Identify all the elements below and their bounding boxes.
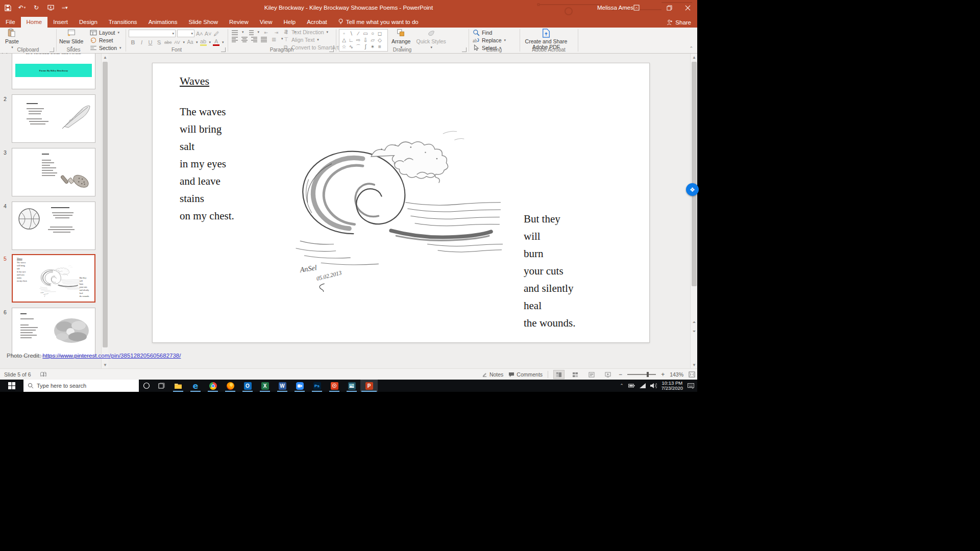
customize-qat-icon[interactable]: ═▾ [60, 3, 69, 12]
thumbnail-slide-4[interactable] [12, 202, 95, 250]
wave-sketch-image[interactable]: AnSel 05.02.2013 [271, 123, 511, 292]
tab-transitions[interactable]: Transitions [103, 17, 143, 28]
character-spacing-button[interactable]: AV [174, 40, 181, 45]
touch-keyboard-icon[interactable] [688, 383, 694, 389]
shape-glyph[interactable]: ▭ [362, 30, 369, 37]
decrease-font-size-button[interactable]: A˅ [205, 31, 212, 37]
underline-button[interactable]: U [147, 39, 154, 45]
highlight-color-button[interactable]: ab [200, 38, 207, 46]
poem-left-column[interactable]: The waveswill bringsaltin my eyesand lea… [180, 103, 234, 224]
find-button[interactable]: Find [473, 29, 506, 36]
text-direction-button[interactable]: ⇵ Text Direction▾ [284, 29, 343, 35]
redo-icon[interactable]: ↻ [32, 3, 41, 12]
tab-animations[interactable]: Animations [143, 17, 183, 28]
shape-glyph[interactable]: △ [340, 37, 348, 43]
reading-view-button[interactable] [586, 370, 597, 379]
clipboard-dialog-launcher[interactable] [50, 47, 54, 52]
align-left-button[interactable] [232, 37, 238, 41]
tab-view[interactable]: View [254, 17, 278, 28]
shape-glyph[interactable]: ◻ [376, 30, 383, 37]
numbering-button[interactable] [248, 30, 254, 35]
tab-file[interactable]: File [0, 17, 21, 28]
taskbar-file-explorer-icon[interactable] [169, 380, 187, 392]
tab-review[interactable]: Review [224, 17, 254, 28]
start-from-beginning-icon[interactable] [46, 3, 55, 12]
next-slide-icon[interactable]: ⏷ [691, 328, 698, 335]
zoom-out-button[interactable]: − [619, 371, 622, 378]
italic-button[interactable]: I [138, 39, 145, 45]
zoom-slider-knob[interactable] [647, 372, 649, 377]
shape-glyph[interactable]: ◇ [376, 37, 383, 43]
bold-button[interactable]: B [130, 39, 136, 45]
collapse-ribbon-icon[interactable]: ⌃ [689, 46, 693, 51]
section-button[interactable]: Section▾ [90, 44, 121, 51]
align-center-button[interactable] [241, 37, 248, 41]
shape-glyph[interactable]: ⇨ [355, 37, 362, 43]
start-button[interactable] [0, 380, 23, 392]
shape-glyph[interactable]: ▱ [369, 37, 376, 43]
taskbar-photos-icon[interactable] [343, 380, 360, 392]
font-name-combobox[interactable]: ▾ [129, 30, 176, 37]
tray-show-hidden-icon[interactable]: ⌃ [620, 383, 624, 388]
undo-icon[interactable]: ↶▾ [17, 3, 27, 12]
bullets-button[interactable] [232, 30, 238, 35]
tab-design[interactable]: Design [74, 17, 103, 28]
shape-glyph[interactable]: ○ [369, 30, 376, 37]
taskbar-edge-icon[interactable]: e [187, 380, 204, 392]
battery-icon[interactable] [628, 383, 635, 388]
scroll-up-icon[interactable]: ▲ [691, 54, 698, 61]
increase-indent-button[interactable]: ⇥ [273, 30, 280, 35]
thumb-scroll-down-icon[interactable]: ▼ [102, 361, 109, 368]
main-scrollbar[interactable]: ▲ ⏶ ⏷ ▼ [690, 54, 697, 368]
ribbon-display-options-icon[interactable] [630, 0, 643, 15]
paragraph-dialog-launcher[interactable] [329, 47, 334, 52]
taskbar-zoom-icon[interactable] [291, 380, 308, 392]
replace-button[interactable]: ab Replace▾ [473, 37, 506, 43]
zoom-slider[interactable] [627, 374, 656, 375]
shape-glyph[interactable]: ∟ [348, 37, 355, 43]
task-view-button[interactable] [154, 380, 169, 392]
signed-in-user[interactable]: Melissa Ames [597, 0, 633, 15]
taskbar-word-icon[interactable]: W [274, 380, 291, 392]
scroll-down-icon[interactable]: ▼ [691, 361, 698, 368]
taskbar-chrome-icon[interactable] [204, 380, 222, 392]
dropbox-badge-icon[interactable]: ❖ [686, 183, 699, 196]
wave-sketch-image[interactable]: AnSel 05.02.2013 [31, 264, 85, 297]
thumbnail-slide-2[interactable] [12, 94, 95, 143]
taskbar-outlook-icon[interactable]: O [239, 380, 256, 392]
taskbar-firefox-icon[interactable] [222, 380, 239, 392]
restore-window-icon[interactable] [663, 0, 676, 15]
taskbar-clock[interactable]: 10:13 PM 7/23/2020 [662, 381, 683, 391]
thumb-scroll-up-icon[interactable]: ▲ [102, 54, 109, 61]
taskbar-excel-icon[interactable]: X [256, 380, 274, 392]
fit-slide-to-window-icon[interactable] [689, 371, 695, 378]
normal-view-button[interactable] [553, 370, 565, 379]
slide-show-view-button[interactable] [602, 370, 614, 379]
slide-counter[interactable]: Slide 5 of 6 [4, 371, 31, 378]
slide-title-text[interactable]: Waves [180, 74, 209, 88]
align-text-button[interactable]: ⊤ Align Text▾ [284, 36, 343, 43]
reset-button[interactable]: Reset [90, 37, 121, 43]
tab-home[interactable]: Home [21, 17, 48, 28]
justify-button[interactable] [261, 37, 267, 41]
font-size-combobox[interactable]: ▾ [177, 30, 194, 37]
previous-slide-icon[interactable]: ⏶ [691, 319, 698, 326]
comments-button[interactable]: Comments [508, 371, 543, 378]
increase-font-size-button[interactable]: A˄ [196, 31, 203, 37]
taskbar-search-input[interactable]: Type here to search [23, 380, 139, 392]
shape-glyph[interactable]: ∖ [348, 30, 355, 37]
taskbar-photoshop-icon[interactable]: Ps [308, 380, 326, 392]
notes-button[interactable]: Notes [482, 371, 503, 378]
thumbnail-slide-1[interactable]: EPC SUMMER CAMP SHOWCASE Poems By Kiley … [12, 54, 95, 89]
poem-right-column[interactable]: But theywillburnyour cutsand silentlyhea… [524, 210, 576, 332]
taskbar-media-player-icon[interactable] [326, 380, 343, 392]
slide-sorter-view-button[interactable] [570, 370, 581, 379]
close-window-icon[interactable] [681, 0, 694, 15]
zoom-percentage[interactable]: 143% [670, 371, 683, 378]
thumbnail-slide-5[interactable]: Waves The waveswill bringsaltin my eyesa… [12, 254, 95, 303]
decrease-indent-button[interactable]: ⇤ [263, 30, 270, 35]
drawing-dialog-launcher[interactable] [462, 47, 467, 52]
shape-glyph[interactable]: ▫ [340, 30, 348, 37]
thumbnail-scrollbar[interactable]: ▲ ▼ [101, 54, 108, 368]
thumbnail-slide-6[interactable] [12, 308, 95, 356]
